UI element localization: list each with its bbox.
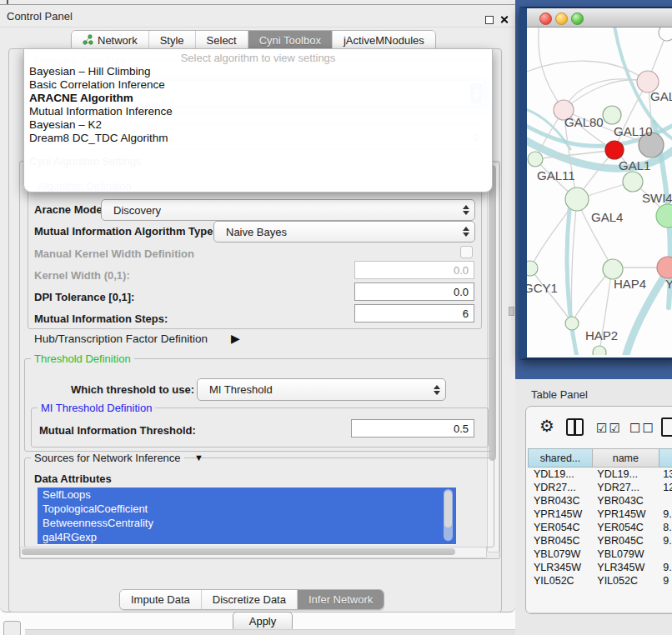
table-row[interactable]: YBL079W YBL079W [528,548,672,561]
node-swi4[interactable] [656,204,672,228]
mi-threshold-field[interactable] [351,419,474,438]
table-cell[interactable]: YIL052C [528,574,591,588]
table-row[interactable]: YDL19... YDL19... 13 [528,468,672,481]
column-header[interactable]: shared... [528,448,592,468]
tab-impute-data-label: Impute Data [131,593,190,606]
tab-style[interactable]: Style [149,31,196,50]
tab-discretize-data[interactable]: Discretize Data [202,590,298,609]
table-row[interactable]: YER054C YER054C 8. [528,521,672,534]
network-canvas[interactable]: GAL GAL80 GAL10 GAL11 GAL1 SWI4 GAL4 GCY… [527,28,672,355]
table-row[interactable]: YLR345W YLR345W 9. [528,561,672,574]
popup-item[interactable]: Dream8 DC_TDC Algorithm [28,132,488,145]
popup-item[interactable]: Bayesian – Hill Climbing [28,65,488,78]
sources-collapse-arrow-icon[interactable]: ▼ [194,452,203,462]
sources-group-title: Sources for Network Inference [31,452,184,464]
node-gal11[interactable] [528,152,543,167]
table-cell[interactable]: YBL079W [528,548,591,561]
tab-cyni-toolbox[interactable]: Cyni Toolbox [248,31,333,50]
popup-item-selected[interactable]: ARACNE Algorithm [28,92,488,105]
split-columns-icon[interactable] [566,418,584,436]
table-cell[interactable]: YDR27... [591,481,657,494]
panel-splitter-grip[interactable] [509,307,514,316]
table-cell[interactable]: YBR043C [528,494,591,508]
table-row[interactable]: YBR043C YBR043C [528,494,672,508]
table-cell[interactable]: YIL052C [591,574,657,588]
close-traffic-light-icon[interactable] [539,12,552,25]
attribute-item[interactable]: gal4RGexp [38,530,456,544]
tab-infer-network-label: Infer Network [308,593,373,606]
popup-item[interactable]: Bayesian – K2 [28,118,488,132]
popup-item[interactable]: Basic Correlation Inference [28,78,488,92]
hub-expand-arrow-icon[interactable]: ▶ [231,332,240,345]
mi-algorithm-type-combo[interactable]: Naive Bayes [213,221,475,242]
table-row[interactable]: YBR045C YBR045C 9. [528,534,672,548]
table-cell[interactable]: YDR27... [528,481,591,494]
attribute-item[interactable]: TopologicalCoefficient [38,502,456,516]
float-window-icon[interactable] [485,16,494,24]
table-cell[interactable] [657,548,672,561]
collapsed-panel-icon[interactable] [3,621,21,635]
node-gal10[interactable] [603,106,621,124]
table-cell[interactable]: 9. [657,534,672,548]
table-cell[interactable]: 9 [657,574,672,588]
table-cell[interactable]: YER054C [591,521,657,534]
combo-stepper-icon[interactable] [460,202,472,218]
table-cell[interactable]: YLR345W [591,561,657,574]
node-salmon[interactable] [657,257,672,278]
table-cell[interactable]: YBL079W [591,548,657,561]
node-partial-bottom[interactable] [593,346,606,355]
table-row[interactable]: YPR145W YPR145W 9. [528,508,672,521]
node-selected-red[interactable] [605,141,624,159]
attributes-list-scrollbar[interactable] [444,489,453,541]
column-header[interactable]: name [592,448,659,468]
table-horizontal-scrollbar[interactable] [528,612,672,614]
table-cell[interactable]: 9. [657,508,672,521]
popup-item[interactable]: Mutual Information Inference [28,105,488,118]
column-header[interactable]: A [659,448,672,468]
table-cell[interactable]: 12 [657,481,672,494]
table-cell[interactable]: 9. [657,561,672,574]
table-cell[interactable]: YLR345W [528,561,591,574]
tab-jactivemnodules[interactable]: jActiveMNodules [333,31,435,50]
select-all-checkboxes-icon[interactable]: ☑☑ [596,419,622,438]
network-window-titlebar[interactable] [527,8,672,28]
tab-impute-data[interactable]: Impute Data [120,590,202,609]
combo-stepper-icon[interactable] [460,224,472,239]
node-gal4[interactable] [565,188,589,211]
mi-steps-field[interactable] [354,304,474,322]
deselect-checkboxes-icon[interactable]: ☐☐ [629,419,655,438]
table-cell[interactable]: YBR045C [591,534,657,548]
aracne-mode-combo[interactable]: Discovery [101,199,475,221]
document-icon[interactable] [661,418,672,437]
node-hap2[interactable] [565,317,579,330]
settings-horizontal-scrollbar[interactable] [20,547,487,558]
table-cell[interactable]: YDL19... [528,468,591,481]
gear-icon[interactable]: ⚙ [539,417,554,435]
node-unlabeled[interactable] [659,28,672,41]
table-cell[interactable]: 8. [657,521,672,534]
zoom-traffic-light-icon[interactable] [571,12,584,25]
table-cell[interactable]: YBR043C [591,494,657,508]
table-row[interactable]: YDR27... YDR27... 12 [528,481,672,494]
tab-select[interactable]: Select [196,31,248,50]
minimize-traffic-light-icon[interactable] [555,12,568,25]
table-cell[interactable]: YER054C [528,521,591,534]
attribute-item[interactable]: BetweennessCentrality [38,516,456,530]
table-row[interactable]: YIL052C YIL052C 9 [528,574,672,588]
table-cell[interactable]: YDL19... [591,468,657,481]
table-cell[interactable] [657,494,672,508]
which-threshold-combo[interactable]: MI Threshold [197,378,446,401]
table-cell[interactable]: YBR045C [528,534,591,548]
table-cell[interactable]: 13 [657,468,672,481]
tab-network[interactable]: Network [72,31,149,50]
dpi-tolerance-field[interactable] [354,282,474,301]
attribute-item[interactable]: SelfLoops [38,488,456,502]
table-cell[interactable]: YPR145W [528,508,591,521]
tab-infer-network[interactable]: Infer Network [298,590,384,609]
combo-stepper-icon[interactable] [431,382,443,398]
node-gcy1[interactable] [527,261,538,276]
algorithm-dropdown-popup: Select algorithm to view settings Bayesi… [23,48,493,192]
node-gal1[interactable] [623,172,643,192]
table-cell[interactable]: YPR145W [591,508,657,521]
close-icon[interactable] [499,15,509,24]
